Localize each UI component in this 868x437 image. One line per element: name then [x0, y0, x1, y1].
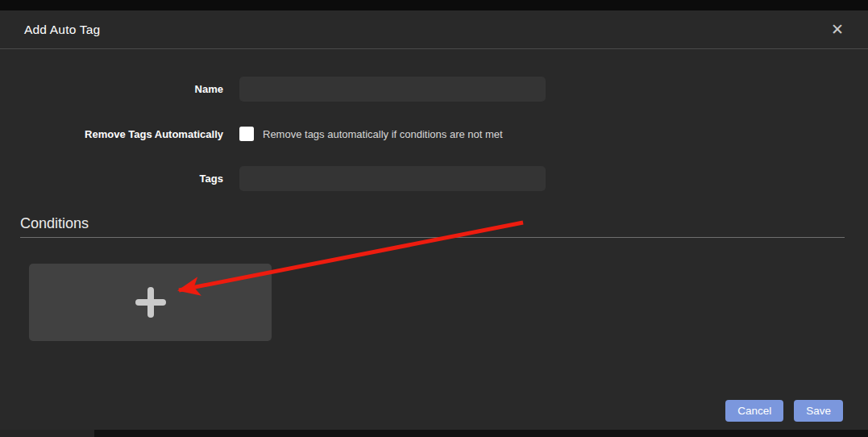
remove-tags-checkbox[interactable]	[239, 127, 254, 141]
name-label: Name	[0, 83, 223, 95]
page: Add Auto Tag ✕ Name Remove Tags Automati…	[0, 0, 868, 437]
close-icon[interactable]: ✕	[831, 22, 844, 37]
background-bottom-strip	[0, 430, 868, 437]
conditions-heading: Conditions	[20, 215, 848, 232]
remove-tags-control: Remove tags automatically if conditions …	[239, 127, 503, 141]
dialog-footer: Cancel Save	[725, 400, 843, 422]
save-button[interactable]: Save	[794, 400, 843, 422]
name-row: Name	[0, 77, 868, 102]
tags-label: Tags	[0, 173, 223, 185]
remove-tags-label: Remove Tags Automatically	[0, 128, 223, 140]
remove-tags-row: Remove Tags Automatically Remove tags au…	[0, 126, 868, 142]
conditions-divider	[20, 237, 845, 238]
dialog-title: Add Auto Tag	[24, 23, 100, 37]
add-auto-tag-dialog: Add Auto Tag ✕ Name Remove Tags Automati…	[0, 10, 868, 430]
dialog-header: Add Auto Tag ✕	[0, 10, 868, 49]
cancel-button[interactable]: Cancel	[725, 400, 783, 422]
add-condition-button[interactable]	[29, 264, 272, 341]
tags-input[interactable]	[239, 166, 546, 191]
name-input[interactable]	[239, 77, 546, 102]
dialog-form: Name Remove Tags Automatically Remove ta…	[0, 49, 868, 191]
tags-row: Tags	[0, 166, 868, 191]
background-top-strip	[0, 0, 868, 10]
plus-icon	[135, 287, 166, 318]
name-control	[239, 77, 546, 102]
background-bottom-left-remnant	[0, 430, 94, 437]
remove-tags-checkbox-text: Remove tags automatically if conditions …	[263, 128, 503, 140]
tags-control	[239, 166, 546, 191]
